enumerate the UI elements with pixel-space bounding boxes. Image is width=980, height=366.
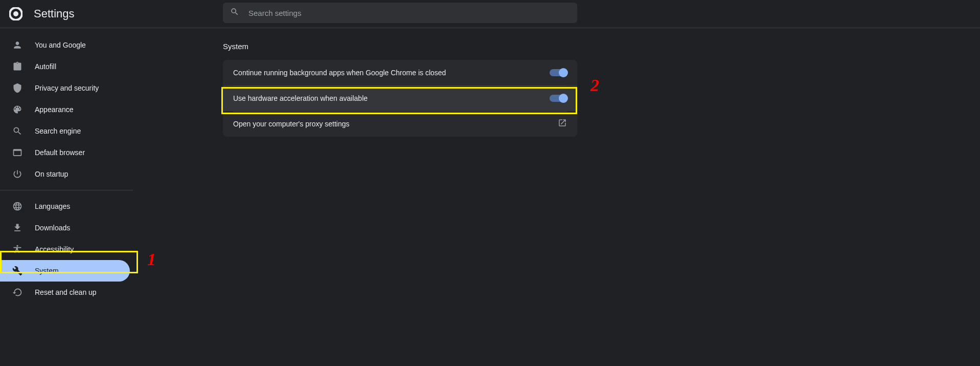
search-input[interactable] (248, 9, 570, 17)
sidebar-item-accessibility[interactable]: Accessibility (0, 239, 130, 260)
globe-icon (12, 201, 22, 211)
sidebar-item-label: Default browser (35, 148, 85, 157)
svg-point-1 (13, 11, 18, 16)
toggle-switch[interactable] (550, 69, 567, 76)
wrench-icon (12, 266, 22, 276)
clipboard-icon (12, 61, 22, 72)
palette-icon (12, 104, 22, 115)
sidebar-item-label: Search engine (35, 127, 81, 135)
sidebar-item-label: Appearance (35, 105, 74, 114)
search-box[interactable] (223, 3, 577, 23)
sidebar-item-label: Autofill (35, 62, 56, 71)
sidebar-item-label: Privacy and security (35, 84, 99, 92)
annotation-number-1: 1 (147, 250, 156, 269)
settings-card: Continue running background apps when Go… (223, 60, 577, 137)
sidebar-item-label: System (35, 267, 59, 275)
main-panel: System Continue running background apps … (223, 42, 577, 137)
restore-icon (12, 287, 22, 297)
sidebar-item-on-startup[interactable]: On startup (0, 163, 130, 185)
annotation-number-2: 2 (590, 76, 599, 95)
toggle-switch[interactable] (550, 95, 567, 102)
chrome-logo-icon (9, 7, 22, 20)
accessibility-icon (12, 244, 22, 254)
person-icon (12, 40, 22, 50)
sidebar-item-autofill[interactable]: Autofill (0, 56, 130, 77)
sidebar-item-downloads[interactable]: Downloads (0, 217, 130, 239)
sidebar-item-reset[interactable]: Reset and clean up (0, 282, 130, 303)
sidebar-divider (0, 190, 133, 190)
row-hardware-acceleration[interactable]: Use hardware acceleration when available (223, 85, 577, 111)
sidebar: You and Google Autofill Privacy and secu… (0, 28, 133, 303)
row-proxy-settings[interactable]: Open your computer's proxy settings (223, 111, 577, 137)
sidebar-item-label: Downloads (35, 224, 70, 232)
sidebar-item-search-engine[interactable]: Search engine (0, 120, 130, 142)
browser-icon (12, 147, 22, 158)
sidebar-item-languages[interactable]: Languages (0, 196, 130, 217)
search-icon (230, 7, 248, 18)
sidebar-item-system[interactable]: System (0, 260, 130, 282)
shield-icon (12, 83, 22, 93)
row-label: Use hardware acceleration when available (233, 94, 368, 102)
sidebar-item-label: You and Google (35, 41, 86, 49)
sidebar-item-appearance[interactable]: Appearance (0, 99, 130, 120)
page-title: Settings (34, 7, 75, 20)
sidebar-item-label: On startup (35, 170, 68, 178)
open-external-icon (558, 118, 567, 130)
sidebar-item-label: Languages (35, 202, 70, 210)
sidebar-item-you-and-google[interactable]: You and Google (0, 34, 130, 56)
row-label: Open your computer's proxy settings (233, 120, 350, 128)
header: Settings (0, 0, 980, 28)
search-icon (12, 126, 22, 136)
row-background-apps[interactable]: Continue running background apps when Go… (223, 60, 577, 85)
row-label: Continue running background apps when Go… (233, 69, 446, 77)
section-title: System (223, 42, 577, 51)
sidebar-item-privacy[interactable]: Privacy and security (0, 77, 130, 99)
sidebar-item-label: Reset and clean up (35, 288, 97, 296)
sidebar-item-default-browser[interactable]: Default browser (0, 142, 130, 163)
download-icon (12, 223, 22, 233)
power-icon (12, 169, 22, 179)
sidebar-item-label: Accessibility (35, 245, 74, 253)
